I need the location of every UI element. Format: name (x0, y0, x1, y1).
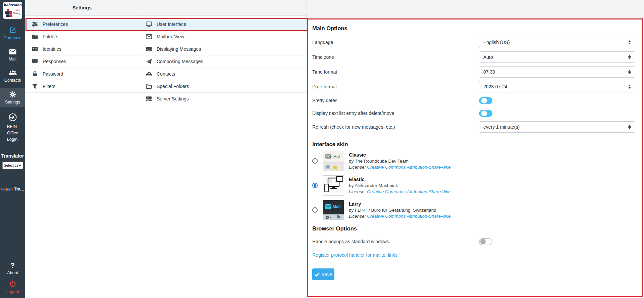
taskbar-item-mail[interactable]: Mail (0, 46, 25, 64)
taskbar-label: Settings (5, 100, 20, 104)
skin-license: License: Creative Commons Attribution-Sh… (349, 165, 450, 170)
field-label: Date format (312, 84, 479, 89)
folder-icon (32, 33, 38, 40)
compose-icon (9, 27, 16, 34)
taskbar-label: Contacts (4, 78, 21, 83)
taskbar-label: BFINOfficeLogin (7, 123, 18, 142)
form-row-timezone: Time zone Auto (312, 50, 636, 65)
chevron-down-icon (18, 164, 21, 167)
skin-option-elastic: Elastic by Aleksander Machniak License: … (312, 175, 636, 196)
skin-option-classic: Mail Classic by The Roundcube Dev Team L… (312, 151, 636, 171)
larry-radio[interactable] (312, 207, 318, 213)
interface-skin-heading: Interface skin (312, 141, 636, 147)
select-arrows-icon (628, 40, 631, 44)
taskbar-item-contacts[interactable]: Contacts (0, 67, 25, 85)
select-arrows-icon (628, 125, 631, 129)
folder-outline-icon (146, 83, 152, 90)
logo-text: bobosoho (3, 3, 22, 7)
elastic-radio[interactable] (312, 183, 318, 188)
settings-column-header: Settings (25, 0, 139, 16)
brand-logo[interactable]: bobosoho BfinGroup (3, 2, 22, 19)
taskbar-item-compose[interactable]: Compose (0, 24, 25, 43)
skin-info: Larry by FLINT / Büro für Gestaltung, Sw… (349, 201, 450, 219)
nav-item-mailbox-view[interactable]: Mailbox View (139, 31, 307, 43)
checkmark-icon (315, 272, 320, 276)
nav-item-special-folders[interactable]: Special Folders (139, 80, 307, 93)
main-options-heading: Main Options (312, 25, 636, 32)
google-logo: Google (1, 187, 13, 191)
funnel-icon (32, 83, 38, 90)
settings-nav-column: Settings Preferences Folders Identities … (25, 0, 139, 298)
nav-item-preferences[interactable]: Preferences (25, 18, 139, 31)
time-format-select[interactable]: 07:30 (479, 66, 635, 78)
taskbar-label: About (7, 270, 18, 275)
google-translate-widget[interactable]: Google Tra... (1, 186, 24, 191)
translator-language-select[interactable]: Select La (2, 162, 23, 169)
select-arrows-icon (628, 85, 631, 89)
main-content-area: Main Options Language English (US) Time … (307, 0, 644, 298)
app-window: bobosoho BfinGroup Compose Mail Contacts… (0, 0, 644, 298)
field-label: Time zone (312, 54, 479, 60)
form-row-handle-popups: Handle popups as standard windows (312, 235, 636, 248)
field-label: Refresh (check for new messages, etc.) (312, 124, 479, 130)
nav-item-user-interface[interactable]: User Interface (139, 18, 307, 31)
date-format-select[interactable]: 2023-07-24 (479, 81, 635, 92)
section-column-header (139, 0, 307, 16)
main-header-strip (307, 0, 644, 18)
mail-icon (9, 48, 17, 55)
nav-item-responses[interactable]: Responses (25, 55, 139, 68)
page-title: Settings (72, 5, 92, 10)
envelope-icon (146, 33, 152, 40)
svg-text:Mail: Mail (333, 155, 340, 159)
login-icon (8, 113, 17, 122)
select-arrows-icon (628, 55, 631, 59)
license-link[interactable]: Creative Commons Attribution-ShareAlike (367, 165, 450, 170)
display-next-entry-toggle[interactable] (479, 110, 492, 117)
paper-plane-icon (146, 58, 152, 65)
form-row-language: Language English (US) (312, 35, 636, 50)
save-button[interactable]: Save (312, 268, 334, 280)
taskbar-label: Mail (9, 57, 16, 61)
taskbar-item-bfin-office-login[interactable]: BFINOfficeLogin (0, 111, 25, 145)
field-label: Pretty dates (312, 98, 479, 103)
larry-skin-thumbnail: Mail (323, 200, 344, 220)
register-protocol-handler-link[interactable]: Register protocol handler for mailto: li… (312, 252, 397, 258)
handle-popups-toggle[interactable] (479, 238, 492, 245)
pretty-dates-toggle[interactable] (479, 97, 492, 104)
timezone-select[interactable]: Auto (479, 51, 635, 63)
svg-text:Mail: Mail (333, 205, 340, 209)
skin-name: Classic (349, 152, 450, 158)
license-link[interactable]: Creative Commons Attribution-ShareAlike (367, 214, 450, 219)
inbox-icon (146, 46, 152, 52)
nav-item-contacts[interactable]: Contacts (139, 68, 307, 80)
taskbar-item-settings[interactable]: Settings (0, 88, 25, 107)
skin-info: Classic by The Roundcube Dev Team Licens… (349, 152, 450, 170)
nav-item-password[interactable]: Password (25, 68, 139, 80)
taskbar-item-logout[interactable]: Logout (0, 278, 25, 297)
power-icon (9, 280, 16, 288)
nav-item-folders[interactable]: Folders (25, 31, 139, 43)
classic-radio[interactable] (312, 158, 318, 164)
nav-item-displaying-messages[interactable]: Displaying Messages (139, 43, 307, 55)
nav-item-composing-messages[interactable]: Composing Messages (139, 55, 307, 68)
taskbar-item-about[interactable]: ? About (0, 260, 25, 278)
monitor-icon (146, 21, 152, 28)
nav-item-filters[interactable]: Filters (25, 80, 139, 93)
nav-item-identities[interactable]: Identities (25, 43, 139, 55)
form-row-pretty-dates: Pretty dates (312, 94, 636, 107)
nav-item-server-settings[interactable]: Server Settings (139, 93, 307, 105)
form-row-display-next: Display next list entry after delete/mov… (312, 107, 636, 120)
skin-name: Larry (349, 201, 450, 207)
sliders-icon (32, 21, 38, 28)
form-row-refresh: Refresh (check for new messages, etc.) e… (312, 120, 636, 134)
skin-author: by The Roundcube Dev Team (349, 159, 450, 164)
id-card-icon (32, 46, 38, 52)
skin-info: Elastic by Aleksander Machniak License: … (349, 177, 450, 194)
language-select[interactable]: English (US) (479, 37, 635, 48)
license-link[interactable]: Creative Commons Attribution-ShareAlike (367, 189, 450, 194)
skin-name: Elastic (349, 177, 450, 182)
translator-select-value: Select La (4, 163, 18, 167)
form-row-date-format: Date format 2023-07-24 (312, 79, 636, 94)
refresh-interval-select[interactable]: every 1 minute(s) (479, 121, 635, 133)
logo-bars-graphic (5, 8, 13, 17)
